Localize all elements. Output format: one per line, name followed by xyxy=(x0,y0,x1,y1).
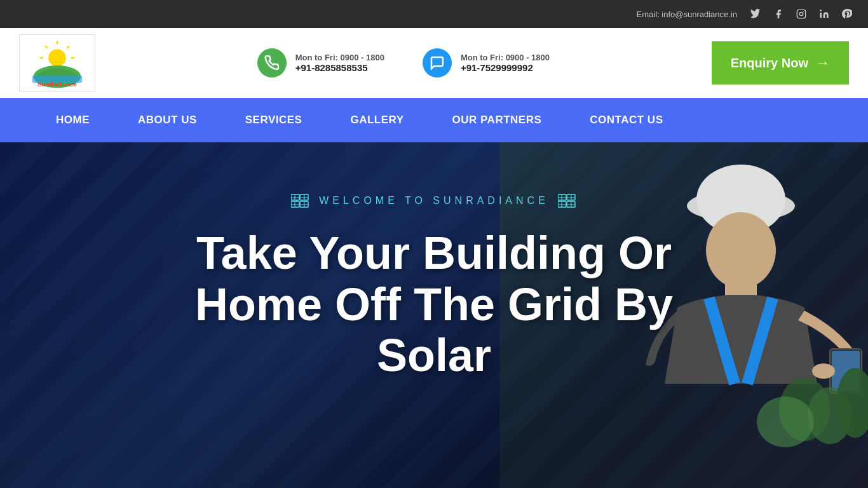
hero-section: WELCOME TO SUNRADIANCE Take Your Buildin… xyxy=(0,142,868,488)
hero-content: WELCOME TO SUNRADIANCE Take Your Buildin… xyxy=(0,142,868,381)
nav-gallery[interactable]: GALLERY xyxy=(326,98,428,142)
facebook-icon[interactable] xyxy=(770,6,787,22)
phone2-label: Mon to Fri: 0900 - 1800 xyxy=(461,53,550,62)
instagram-icon[interactable] xyxy=(793,6,810,22)
svg-rect-0 xyxy=(797,10,805,18)
svg-rect-3 xyxy=(820,13,822,18)
solar-panel-icon-right xyxy=(558,193,577,208)
solar-panel-icon-left xyxy=(291,193,310,208)
top-bar: Email: info@sunradiance.in xyxy=(0,0,868,28)
chat-icon xyxy=(423,48,452,78)
svg-point-11 xyxy=(48,49,65,66)
navbar: HOME ABOUT US SERVICES GALLERY OUR PARTN… xyxy=(0,98,868,142)
nav-contact-us[interactable]: CONTACT US xyxy=(566,98,687,142)
nav-our-partners[interactable]: OUR PARTNERS xyxy=(428,98,566,142)
twitter-icon[interactable] xyxy=(747,6,764,22)
header: SunRadiance Mon to Fri: 0900 - 1800 +91-… xyxy=(0,28,868,98)
svg-text:SunRadiance: SunRadiance xyxy=(37,81,78,88)
logo-box[interactable]: SunRadiance xyxy=(19,34,95,92)
nav-services[interactable]: SERVICES xyxy=(221,98,327,142)
welcome-text: WELCOME TO SUNRADIANCE xyxy=(319,195,549,207)
hero-title-line1: Take Your Building Or xyxy=(196,227,672,278)
svg-point-26 xyxy=(757,396,814,447)
email-label: Email: info@sunradiance.in xyxy=(637,10,737,19)
enquiry-now-button[interactable]: Enquiry Now → xyxy=(712,41,849,85)
logo-image: SunRadiance xyxy=(23,37,92,88)
hero-title-line2: Home Off The Grid By xyxy=(195,279,673,330)
pinterest-icon[interactable] xyxy=(839,6,855,22)
phone2-text: Mon to Fri: 0900 - 1800 +91-7529999992 xyxy=(461,53,550,73)
svg-point-2 xyxy=(803,11,804,12)
enquiry-btn-label: Enquiry Now xyxy=(731,56,808,71)
nav-home[interactable]: HOME xyxy=(32,98,114,142)
svg-point-4 xyxy=(820,10,822,11)
phone2-number: +91-7529999992 xyxy=(461,62,550,73)
phone1-number: +91-8285858535 xyxy=(295,62,384,73)
phone1-text: Mon to Fri: 0900 - 1800 +91-8285858535 xyxy=(295,53,384,73)
contact-phone1: Mon to Fri: 0900 - 1800 +91-8285858535 xyxy=(257,48,384,78)
arrow-icon: → xyxy=(816,55,830,71)
svg-line-6 xyxy=(67,46,69,48)
svg-point-1 xyxy=(799,12,803,15)
phone1-label: Mon to Fri: 0900 - 1800 xyxy=(295,53,384,62)
hero-title: Take Your Building Or Home Off The Grid … xyxy=(195,227,673,381)
linkedin-icon[interactable] xyxy=(816,6,832,22)
svg-line-9 xyxy=(45,46,48,48)
social-icons xyxy=(747,6,855,22)
phone-icon xyxy=(257,48,287,78)
welcome-line: WELCOME TO SUNRADIANCE xyxy=(291,193,577,208)
contact-info: Mon to Fri: 0900 - 1800 +91-8285858535 M… xyxy=(114,48,693,78)
contact-phone2: Mon to Fri: 0900 - 1800 +91-7529999992 xyxy=(423,48,550,78)
hero-title-line3: Solar xyxy=(377,330,491,381)
nav-about-us[interactable]: ABOUT US xyxy=(114,98,221,142)
